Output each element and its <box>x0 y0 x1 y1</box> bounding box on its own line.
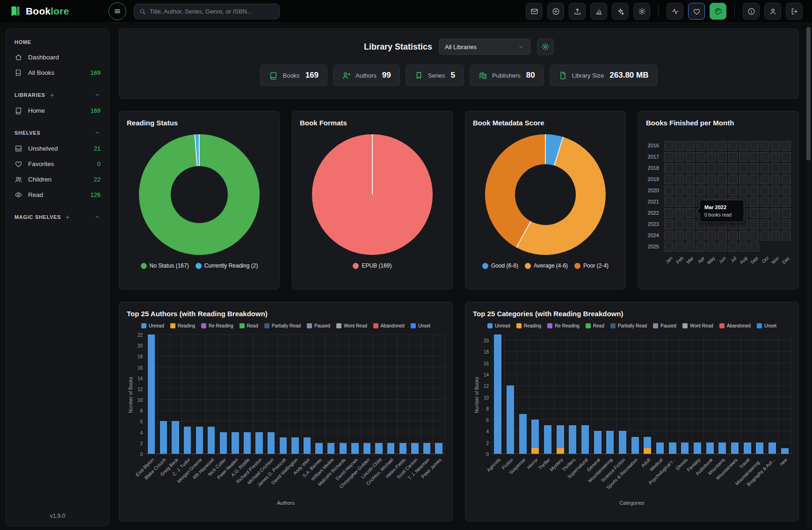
bar-adult[interactable] <box>644 437 651 454</box>
heatmap-cell[interactable] <box>696 242 706 252</box>
bar-biography-aut[interactable] <box>768 443 776 454</box>
heatmap-cell[interactable] <box>675 242 684 252</box>
collapse-shelves-button[interactable] <box>94 130 101 136</box>
legend-item-partially-read[interactable]: Partially Read <box>610 323 647 328</box>
sidebar-item-dashboard[interactable]: Dashboard <box>6 50 109 65</box>
collapse-magic-shelves-button[interactable] <box>94 214 101 220</box>
heatmap-cell[interactable] <box>782 231 791 240</box>
heatmap-cell[interactable] <box>686 186 695 196</box>
info-button[interactable] <box>743 3 760 20</box>
sidebar-item-unshelved[interactable]: Unshelved21 <box>6 141 109 156</box>
heatmap-cell[interactable] <box>750 186 759 196</box>
bar-psychological-t[interactable] <box>669 443 676 454</box>
heatmap-cell[interactable] <box>782 197 791 207</box>
bar-greig-beck[interactable] <box>172 421 179 454</box>
inbox-button[interactable] <box>526 3 543 20</box>
heatmap-cell[interactable] <box>696 152 706 162</box>
heatmap-cell[interactable] <box>707 231 716 240</box>
bar-mountains[interactable] <box>718 443 726 454</box>
bar-andy-weir[interactable] <box>304 437 311 454</box>
legend-item-paused[interactable]: Paused <box>307 323 330 328</box>
activity-button[interactable] <box>667 3 683 20</box>
heatmap-cell[interactable] <box>675 208 684 218</box>
heatmap-cell[interactable] <box>761 163 770 173</box>
heatmap-cell[interactable] <box>771 174 780 184</box>
bar-mountaineering[interactable] <box>756 443 763 454</box>
heatmap-cell[interactable] <box>771 163 780 173</box>
bar-general[interactable] <box>594 431 602 454</box>
heatmap-cell[interactable] <box>686 141 695 151</box>
reading-status-chart[interactable] <box>137 132 261 257</box>
heatmap-cell[interactable] <box>728 242 738 252</box>
sidebar-item-favorites[interactable]: Favorites0 <box>6 156 109 172</box>
settings-button[interactable] <box>633 3 650 20</box>
heatmap-cell[interactable] <box>675 219 684 229</box>
heatmap-cell[interactable] <box>761 141 770 151</box>
legend-item-paused[interactable]: Paused <box>653 323 676 328</box>
bar-agricola[interactable] <box>494 334 501 454</box>
add-libraries-button[interactable] <box>49 92 55 98</box>
legend-item-good-6-8[interactable]: Good (6-8) <box>482 262 518 269</box>
heatmap-cell[interactable] <box>728 186 738 196</box>
heatmap-cell[interactable] <box>664 231 674 240</box>
bar-supernatural[interactable] <box>581 425 589 454</box>
heatmap-cell[interactable] <box>739 231 748 240</box>
heatmap-cell[interactable] <box>696 141 706 151</box>
legend-item-wont-read[interactable]: Wont Read <box>336 323 367 328</box>
legend-item-unread[interactable]: Unread <box>487 323 510 328</box>
legend-item-re-reading[interactable]: Re Reading <box>547 323 580 328</box>
magic-button[interactable] <box>612 3 629 20</box>
heatmap-cell[interactable] <box>707 242 716 252</box>
bar-audiobook[interactable] <box>706 443 714 454</box>
heatmap-cell[interactable] <box>718 242 727 252</box>
bar-david-wellington[interactable] <box>291 437 298 454</box>
bar-lincoln-child[interactable] <box>375 443 382 454</box>
sidebar-item-home[interactable]: Home169 <box>6 103 109 118</box>
collapse-libraries-button[interactable] <box>94 92 101 98</box>
legend-item-wont-read[interactable]: Wont Read <box>682 323 713 328</box>
heatmap-cell[interactable] <box>664 141 674 151</box>
bar-travel[interactable] <box>744 443 751 454</box>
bar-rr-haywood[interactable] <box>208 427 215 454</box>
heatmap-cell[interactable] <box>750 197 759 207</box>
sidebar-item-children[interactable]: Children22 <box>6 172 109 187</box>
heatmap-cell[interactable] <box>696 174 706 184</box>
sidebar-item-all-books[interactable]: All Books169 <box>6 65 109 80</box>
scrollbar[interactable] <box>806 25 811 527</box>
legend-item-reading[interactable]: Reading <box>516 323 541 328</box>
heatmap-cell[interactable] <box>782 152 791 162</box>
bar-horror[interactable] <box>531 420 539 454</box>
heatmap-cell[interactable] <box>739 141 748 151</box>
bar-peter-james[interactable] <box>435 443 442 454</box>
heatmap-cell[interactable] <box>750 174 759 184</box>
heatmap-cell[interactable] <box>782 141 791 151</box>
heatmap-cell[interactable] <box>771 141 780 151</box>
stats-settings-button[interactable] <box>537 38 554 55</box>
book-metadata-score-chart[interactable] <box>483 132 608 257</box>
bar-christopher-golden[interactable] <box>363 443 370 454</box>
heatmap-cell[interactable] <box>771 197 780 207</box>
bar-new[interactable] <box>781 448 789 454</box>
heatmap-cell[interactable] <box>782 219 791 229</box>
heatmap-cell[interactable] <box>718 152 727 162</box>
heatmap-cell[interactable] <box>707 186 716 196</box>
heatmap-cell[interactable] <box>664 186 674 196</box>
heatmap-cell[interactable] <box>782 174 791 184</box>
heatmap-cell[interactable] <box>686 163 695 173</box>
bar-scott-carson[interactable] <box>411 443 418 454</box>
heatmap-cell[interactable] <box>761 231 770 240</box>
heatmap-cell[interactable] <box>664 208 674 218</box>
heatmap-cell[interactable] <box>686 208 695 218</box>
statistics-button[interactable] <box>590 3 607 20</box>
heatmap-cell[interactable] <box>675 186 684 196</box>
book-formats-chart[interactable] <box>310 132 435 257</box>
heatmap-cell[interactable] <box>675 141 684 151</box>
legend-item-reading[interactable]: Reading <box>170 323 195 328</box>
heatmap-cell[interactable] <box>686 197 695 207</box>
bar-peter-nealen[interactable] <box>232 432 239 454</box>
heatmap-cell[interactable] <box>728 163 738 173</box>
heatmap-cell[interactable] <box>750 163 759 173</box>
bar-mountaineering[interactable] <box>606 431 614 454</box>
theme-button[interactable] <box>710 3 726 20</box>
heatmap-cell[interactable] <box>771 152 780 162</box>
